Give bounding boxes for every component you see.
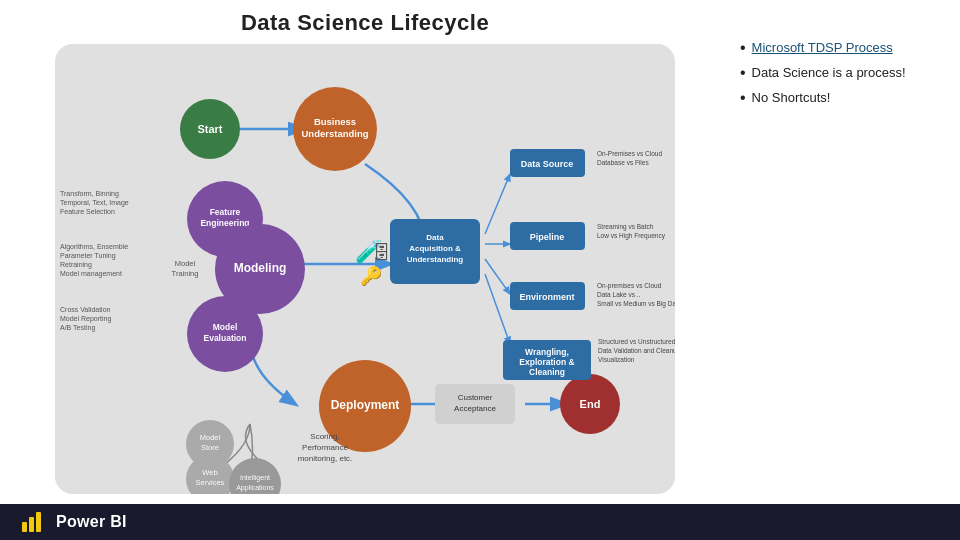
svg-text:Customer: Customer xyxy=(458,393,493,402)
svg-text:Deployment: Deployment xyxy=(331,398,400,412)
lifecycle-diagram: Transform, Binning Temporal, Text, Image… xyxy=(55,44,675,494)
slide-title: Data Science Lifecycle xyxy=(241,10,489,36)
svg-text:Algorithms, Ensemble: Algorithms, Ensemble xyxy=(60,243,128,251)
svg-text:End: End xyxy=(580,398,601,410)
svg-rect-81 xyxy=(29,517,34,532)
bullet-list: Microsoft TDSP Process Data Science is a… xyxy=(740,40,940,107)
svg-text:Acquisition &: Acquisition & xyxy=(409,244,461,253)
bullet-item-3: No Shortcuts! xyxy=(740,90,940,107)
svg-text:A/B Testing: A/B Testing xyxy=(60,324,95,332)
svg-text:Small vs Medium vs Big Data: Small vs Medium vs Big Data xyxy=(597,300,675,308)
svg-text:Model: Model xyxy=(213,322,238,332)
svg-text:Scoring,: Scoring, xyxy=(310,432,339,441)
svg-text:Data Validation and Cleanup: Data Validation and Cleanup xyxy=(598,347,675,355)
svg-text:🔑: 🔑 xyxy=(360,265,383,287)
svg-text:Visualization: Visualization xyxy=(598,356,635,363)
svg-text:On-Premises vs Cloud: On-Premises vs Cloud xyxy=(597,150,662,157)
svg-text:Low vs High Frequency: Low vs High Frequency xyxy=(597,232,666,240)
bullet-item-2: Data Science is a process! xyxy=(740,65,940,82)
svg-text:Cleaning: Cleaning xyxy=(529,367,565,377)
svg-text:Acceptance: Acceptance xyxy=(454,404,496,413)
svg-text:Retraining: Retraining xyxy=(60,261,92,269)
footer-brand-text: Power BI xyxy=(56,513,127,531)
svg-rect-80 xyxy=(22,522,27,532)
svg-text:Start: Start xyxy=(197,123,222,135)
bullet-text-2: Data Science is a process! xyxy=(752,65,906,80)
svg-text:Environment: Environment xyxy=(519,292,574,302)
svg-text:Exploration &: Exploration & xyxy=(519,357,574,367)
svg-text:Structured vs Unstructured: Structured vs Unstructured xyxy=(598,338,675,345)
svg-text:On-premises vs Cloud: On-premises vs Cloud xyxy=(597,282,662,290)
svg-text:Feature Selection: Feature Selection xyxy=(60,208,115,215)
svg-text:Model Reporting: Model Reporting xyxy=(60,315,111,323)
right-panel: Microsoft TDSP Process Data Science is a… xyxy=(740,10,940,494)
svg-text:Wrangling,: Wrangling, xyxy=(525,347,569,357)
svg-text:Model: Model xyxy=(200,433,221,442)
svg-text:Intelligent: Intelligent xyxy=(240,474,270,482)
svg-text:Data Source: Data Source xyxy=(521,159,574,169)
svg-text:Evaluation: Evaluation xyxy=(204,333,247,343)
powerbi-icon xyxy=(20,508,48,536)
svg-text:Data Lake vs ..: Data Lake vs .. xyxy=(597,291,641,298)
svg-text:Engineering: Engineering xyxy=(200,218,249,228)
svg-text:Database vs Files: Database vs Files xyxy=(597,159,649,166)
svg-text:🗄: 🗄 xyxy=(373,243,391,263)
svg-text:Data: Data xyxy=(426,233,444,242)
diagram-section: Data Science Lifecycle xyxy=(10,10,720,494)
footer-logo: Power BI xyxy=(20,508,127,536)
svg-text:Store: Store xyxy=(201,443,219,452)
main-content: Data Science Lifecycle xyxy=(0,0,960,504)
svg-text:Understanding: Understanding xyxy=(301,128,368,139)
svg-text:Training: Training xyxy=(172,269,199,278)
svg-text:Pipeline: Pipeline xyxy=(530,232,565,242)
svg-rect-82 xyxy=(36,512,41,532)
svg-text:Feature: Feature xyxy=(210,207,241,217)
svg-text:Web: Web xyxy=(202,468,217,477)
bullet-text-3: No Shortcuts! xyxy=(752,90,831,105)
svg-text:Cross Validation: Cross Validation xyxy=(60,306,111,313)
svg-text:Temporal, Text, Image: Temporal, Text, Image xyxy=(60,199,129,207)
svg-text:Modeling: Modeling xyxy=(234,261,287,275)
svg-text:Parameter Tuning: Parameter Tuning xyxy=(60,252,116,260)
svg-text:Streaming vs Batch: Streaming vs Batch xyxy=(597,223,654,231)
diagram-container: Transform, Binning Temporal, Text, Image… xyxy=(55,44,675,494)
slide: Data Science Lifecycle xyxy=(0,0,960,540)
svg-text:Transform, Binning: Transform, Binning xyxy=(60,190,119,198)
svg-text:Business: Business xyxy=(314,116,356,127)
svg-text:Understanding: Understanding xyxy=(407,255,464,264)
footer: Power BI xyxy=(0,504,960,540)
svg-text:Services: Services xyxy=(196,478,225,487)
svg-text:Model management: Model management xyxy=(60,270,122,278)
svg-text:monitoring, etc.: monitoring, etc. xyxy=(298,454,353,463)
tdsp-link[interactable]: Microsoft TDSP Process xyxy=(752,40,893,55)
svg-text:Performance: Performance xyxy=(302,443,348,452)
svg-text:Model: Model xyxy=(175,259,196,268)
svg-text:Applications: Applications xyxy=(236,484,274,492)
bullet-item-1: Microsoft TDSP Process xyxy=(740,40,940,57)
